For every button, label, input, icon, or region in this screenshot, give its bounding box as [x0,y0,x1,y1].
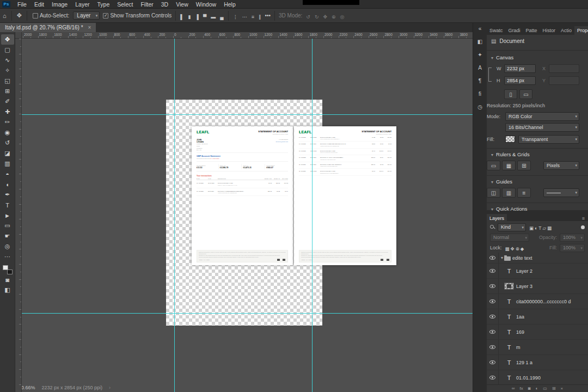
width-input[interactable]: 2232 px [504,64,536,73]
bit-depth-dropdown[interactable]: 16 Bits/Channel [505,123,579,132]
layers-bottom-icon-0[interactable]: ∞ [512,386,515,391]
hand-tool[interactable]: ☛ [1,231,14,241]
ruler-grid-button-0[interactable]: ▭ [487,161,500,170]
panel-menu-icon[interactable]: ≡ [582,216,585,221]
edit-toolbar-icon[interactable]: ⋯ [1,252,14,262]
history-brush-tool[interactable]: ↺ [1,138,14,148]
marquee-tool[interactable]: ▢ [1,45,14,55]
layers-bottom-icon-1[interactable]: fx [519,386,523,391]
eye-icon[interactable] [489,345,495,349]
type-layer-thumbnail[interactable]: T [504,298,514,305]
layer-thumbnail[interactable] [504,283,514,290]
menu-help[interactable]: Help [220,0,240,9]
zoom-tool[interactable]: ◎ [1,241,14,252]
auto-select-checkbox[interactable] [33,13,38,19]
layers-bottom-icon-4[interactable]: ▭ [543,386,547,391]
ruler-corner[interactable] [15,32,22,39]
distribute-icon-3[interactable]: ∥ [256,14,264,20]
menu-view[interactable]: View [172,0,192,9]
eye-icon[interactable] [489,256,495,260]
visibility-cell[interactable] [487,264,499,278]
menu-layer[interactable]: Layer [71,0,93,9]
menu-window[interactable]: Window [192,0,220,9]
status-chevron-icon[interactable]: › [109,385,111,390]
layers-bottom-icon-3[interactable]: ◐ [536,386,538,391]
menu-filter[interactable]: Filter [137,0,157,9]
color-mode-dropdown[interactable]: RGB Color [505,112,579,121]
tab-actio[interactable]: Actio [558,26,574,35]
menu-3d[interactable]: 3D [157,0,172,9]
gradient-tool[interactable]: ▥ [1,158,14,169]
dodge-tool[interactable]: ◖ [1,179,14,189]
guide-horizontal-1[interactable] [15,114,473,115]
screen-mode-icon[interactable]: ◧ [1,285,14,295]
distribute-icon-1[interactable]: ⋯ [240,14,249,20]
layer-filter-icon-3[interactable]: ▱ [542,225,547,231]
pen-tool[interactable]: ✒ [1,189,14,200]
ruler-horizontal[interactable]: 2000180016001400120010008006004002000200… [22,32,473,39]
tab-close-icon[interactable]: × [88,24,91,30]
tab-layers[interactable]: Layers [487,214,507,221]
layer-row-2[interactable]: Tcita0000000...ccccccc0 d [487,294,588,309]
type-layer-thumbnail[interactable]: T [504,344,514,351]
visibility-cell[interactable] [487,340,499,354]
section-guides[interactable]: ▾Guides [491,179,512,185]
layer-group-row[interactable]: ▾edite text [487,253,588,264]
opacity-dropdown[interactable]: 100% [560,234,585,242]
distribute-icon-0[interactable]: ⋮ [231,14,240,20]
filter-toggle-icon[interactable] [581,225,585,229]
layers-bottom-icon-2[interactable]: ◙ [528,386,531,391]
document-tab[interactable]: Italy id.psd @ 20.7% (RGB/16) * × [0,23,96,32]
tab-patte[interactable]: Patte [523,26,540,35]
paragraph-panel-icon[interactable]: ¶ [479,78,481,84]
layer-row-0[interactable]: TLayer 2 [487,264,588,279]
distribute-icon-2[interactable]: ≡ [249,14,256,20]
brush-tool[interactable]: ✏ [1,117,14,127]
tab-swatc[interactable]: Swatc [487,26,506,35]
color-swatches[interactable] [3,265,13,274]
home-icon[interactable]: ⌂ [0,13,9,19]
ruler-grid-button-1[interactable]: ▦ [502,161,516,170]
background-color[interactable] [7,270,13,274]
eye-icon[interactable] [489,269,495,273]
link-dimensions-icon[interactable] [488,68,492,82]
lock-icon-3[interactable]: ◆ [520,246,525,252]
eye-icon[interactable] [489,299,495,303]
eraser-tool[interactable]: ◪ [1,148,14,158]
section-rulers-grids[interactable]: ▾Rulers & Grids [491,151,530,157]
layer-filter-icon-4[interactable]: ▦ [547,225,552,231]
type-layer-thumbnail[interactable]: T [504,328,514,336]
units-dropdown[interactable]: Pixels [543,161,579,170]
layer-row-6[interactable]: T129 1 a [487,355,588,370]
guide-vertical-2[interactable] [312,32,313,392]
lock-icon-0[interactable]: ▩ [505,246,510,252]
menu-select[interactable]: Select [113,0,137,9]
glyphs-panel-icon[interactable]: fi [479,91,481,97]
guide-vertical-1[interactable] [174,32,175,392]
eye-icon[interactable] [489,315,495,318]
type-layer-thumbnail[interactable]: T [504,267,514,275]
menu-file[interactable]: File [14,0,30,9]
layers-bottom-icon-5[interactable]: ⊞ [552,386,556,391]
visibility-cell[interactable] [487,279,499,293]
statement-page-1[interactable]: LEAFLSTATEMENT OF ACCOUNTGenerated on 13… [192,126,293,265]
auto-select-dropdown[interactable]: Layer [73,11,100,20]
lock-icon-1[interactable]: ✥ [510,246,515,252]
styles-panel-icon[interactable]: ✦ [477,52,482,58]
ruler-grid-button-2[interactable]: ⊞ [517,161,531,170]
eyedropper-tool[interactable]: ✐ [1,96,14,107]
align-icon-3[interactable]: ▀ [201,14,209,20]
canvas-viewport[interactable]: LEAFLSTATEMENT OF ACCOUNTGenerated on 13… [15,32,473,392]
quick-mask-icon[interactable]: ◙ [1,274,14,285]
healing-brush-tool[interactable]: ✚ [1,107,14,117]
layer-row-5[interactable]: Tm [487,340,588,355]
tab-properties[interactable]: Properties [574,26,588,35]
type-layer-thumbnail[interactable]: T [504,374,514,382]
type-layer-thumbnail[interactable]: T [504,313,514,321]
tab-gradi[interactable]: Gradi [506,26,523,35]
guide-button-0[interactable]: ◫ [487,188,500,198]
tool-preset-icon[interactable]: ✥ [14,12,24,19]
type-layer-thumbnail[interactable]: T [504,359,514,366]
layers-bottom-icon-6[interactable]: × [561,386,564,391]
frame-tool[interactable]: ⊞ [1,86,14,96]
